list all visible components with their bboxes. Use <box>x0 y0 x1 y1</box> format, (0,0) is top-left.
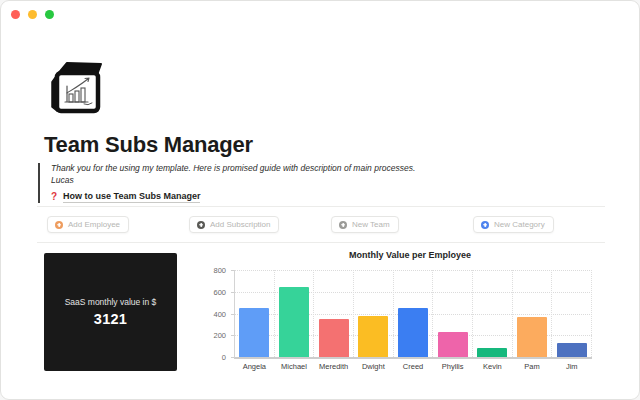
chart-category-creed: Creed <box>394 270 434 357</box>
chart-title: Monthly Value per Employee <box>214 250 606 260</box>
y-tick-label: 400 <box>213 309 226 318</box>
x-tick-label: Kevin <box>473 362 512 371</box>
button-label: Add Employee <box>68 220 120 229</box>
x-tick-label: Dwight <box>354 362 393 371</box>
bar-creed <box>398 308 428 357</box>
chart-category-jim: Jim <box>552 270 592 357</box>
circle-plus-icon <box>55 221 63 229</box>
guide-page-row: ? How to use Team Subs Manager <box>51 191 611 203</box>
quote-author: Lucas <box>51 175 611 187</box>
chart-category-pam: Pam <box>513 270 553 357</box>
window-controls <box>11 10 54 19</box>
monthly-value-chart: Monthly Value per Employee 0200400600800… <box>214 248 606 378</box>
bar-meredith <box>319 319 349 357</box>
question-mark-icon: ? <box>51 192 57 202</box>
circle-plus-icon <box>339 221 347 229</box>
x-tick-label: Pam <box>513 362 552 371</box>
action-toolbar: Add Employee Add Subscription New Team N… <box>37 214 605 234</box>
quote-block: Thank you for the using my template. Her… <box>38 163 611 203</box>
x-tick-label: Michael <box>275 362 314 371</box>
x-tick-label: Angela <box>235 362 274 371</box>
button-label: New Category <box>494 220 545 229</box>
button-label: Add Subscription <box>210 220 270 229</box>
page-title: Team Subs Manager <box>44 132 253 158</box>
guide-page-link[interactable]: How to use Team Subs Manager <box>63 191 200 203</box>
chart-category-meredith: Meredith <box>314 270 354 357</box>
button-label: New Team <box>352 220 390 229</box>
summary-card-value: 3121 <box>94 311 127 327</box>
chart-plot: AngelaMichaelMeredithDwightCreedPhyllisK… <box>234 270 592 359</box>
chart-category-kevin: Kevin <box>473 270 513 357</box>
chart-category-michael: Michael <box>275 270 315 357</box>
new-team-button[interactable]: New Team <box>331 216 399 233</box>
summary-card-label: SaaS monthly value in $ <box>65 297 157 307</box>
chart-y-axis: 0200400600800 <box>214 270 231 357</box>
saas-monthly-value-card: SaaS monthly value in $ 3121 <box>44 253 177 371</box>
bar-michael <box>279 287 309 357</box>
new-category-button[interactable]: New Category <box>473 216 554 233</box>
app-window: Team Subs Manager Thank you for the usin… <box>0 0 640 400</box>
bar-pam <box>517 317 547 357</box>
circle-plus-icon <box>197 221 205 229</box>
x-tick-label: Creed <box>394 362 433 371</box>
y-tick-label: 0 <box>222 353 226 362</box>
add-subscription-button[interactable]: Add Subscription <box>189 216 279 233</box>
circle-plus-icon <box>481 221 489 229</box>
chart-category-angela: Angela <box>235 270 275 357</box>
y-tick-label: 600 <box>213 287 226 296</box>
bar-jim <box>557 343 587 357</box>
cube-chart-logo-icon <box>46 58 106 116</box>
bar-angela <box>239 308 269 357</box>
divider <box>37 206 605 207</box>
x-tick-label: Jim <box>552 362 591 371</box>
add-employee-button[interactable]: Add Employee <box>47 216 129 233</box>
x-tick-label: Phyllis <box>433 362 472 371</box>
bar-phyllis <box>438 332 468 357</box>
y-tick-label: 800 <box>213 266 226 275</box>
minimize-button[interactable] <box>28 10 37 19</box>
close-button[interactable] <box>11 10 20 19</box>
bar-dwight <box>358 316 388 357</box>
bar-kevin <box>477 348 507 357</box>
x-tick-label: Meredith <box>314 362 353 371</box>
divider <box>37 242 605 243</box>
y-tick-label: 200 <box>213 331 226 340</box>
zoom-button[interactable] <box>45 10 54 19</box>
chart-category-phyllis: Phyllis <box>433 270 473 357</box>
quote-text: Thank you for the using my template. Her… <box>51 163 611 175</box>
chart-category-dwight: Dwight <box>354 270 394 357</box>
